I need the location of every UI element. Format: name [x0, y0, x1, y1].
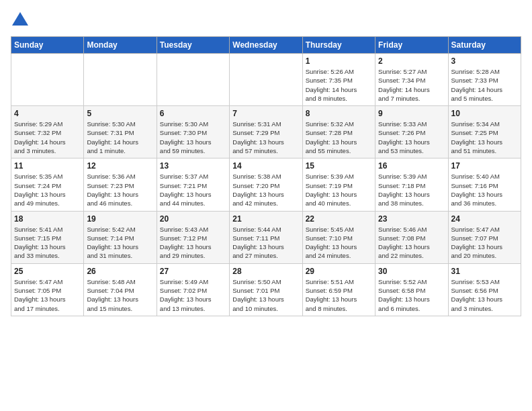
calendar-cell: 29Sunrise: 5:51 AM Sunset: 6:59 PM Dayli…: [302, 263, 375, 316]
day-info: Sunrise: 5:53 AM Sunset: 6:56 PM Dayligh…: [451, 277, 518, 313]
weekday-header-monday: Monday: [84, 37, 157, 54]
day-number: 11: [14, 161, 81, 171]
day-number: 23: [378, 214, 445, 224]
week-row-2: 4Sunrise: 5:29 AM Sunset: 7:32 PM Daylig…: [11, 106, 521, 158]
calendar-cell: [157, 54, 229, 106]
day-number: 10: [451, 109, 518, 118]
day-number: 17: [451, 161, 518, 171]
day-info: Sunrise: 5:30 AM Sunset: 7:31 PM Dayligh…: [87, 120, 153, 155]
calendar-cell: 28Sunrise: 5:50 AM Sunset: 7:01 PM Dayli…: [230, 263, 302, 316]
weekday-header-friday: Friday: [375, 37, 448, 54]
weekday-header-row: SundayMondayTuesdayWednesdayThursdayFrid…: [11, 37, 521, 54]
calendar-cell: 12Sunrise: 5:36 AM Sunset: 7:23 PM Dayli…: [84, 158, 157, 211]
week-row-1: 1Sunrise: 5:26 AM Sunset: 7:35 PM Daylig…: [11, 54, 521, 106]
calendar-cell: 18Sunrise: 5:41 AM Sunset: 7:15 PM Dayli…: [11, 211, 84, 263]
day-number: 4: [14, 109, 81, 118]
calendar-cell: 20Sunrise: 5:43 AM Sunset: 7:12 PM Dayli…: [157, 211, 229, 263]
weekday-header-thursday: Thursday: [302, 37, 375, 54]
day-number: 18: [14, 214, 81, 224]
calendar-cell: 2Sunrise: 5:27 AM Sunset: 7:34 PM Daylig…: [375, 54, 448, 106]
day-number: 12: [87, 161, 153, 171]
weekday-header-tuesday: Tuesday: [157, 37, 229, 54]
weekday-header-sunday: Sunday: [11, 37, 84, 54]
day-number: 8: [306, 109, 372, 118]
day-info: Sunrise: 5:47 AM Sunset: 7:07 PM Dayligh…: [451, 225, 518, 261]
day-number: 27: [160, 267, 226, 276]
day-info: Sunrise: 5:52 AM Sunset: 6:58 PM Dayligh…: [378, 277, 445, 313]
calendar-cell: 9Sunrise: 5:33 AM Sunset: 7:26 PM Daylig…: [375, 106, 448, 158]
day-number: 14: [232, 161, 299, 171]
calendar-cell: 21Sunrise: 5:44 AM Sunset: 7:11 PM Dayli…: [230, 211, 302, 263]
day-info: Sunrise: 5:43 AM Sunset: 7:12 PM Dayligh…: [160, 225, 226, 261]
day-info: Sunrise: 5:44 AM Sunset: 7:11 PM Dayligh…: [232, 225, 299, 261]
day-number: 20: [160, 214, 226, 224]
calendar-cell: 10Sunrise: 5:34 AM Sunset: 7:25 PM Dayli…: [448, 106, 521, 158]
day-number: 5: [87, 109, 153, 118]
logo-icon: [11, 11, 30, 30]
calendar-cell: 25Sunrise: 5:47 AM Sunset: 7:05 PM Dayli…: [11, 263, 84, 316]
calendar-cell: 15Sunrise: 5:39 AM Sunset: 7:19 PM Dayli…: [302, 158, 375, 211]
day-info: Sunrise: 5:49 AM Sunset: 7:02 PM Dayligh…: [160, 277, 226, 313]
logo: [11, 11, 32, 30]
calendar-cell: [11, 54, 84, 106]
week-row-4: 18Sunrise: 5:41 AM Sunset: 7:15 PM Dayli…: [11, 211, 521, 263]
day-number: 29: [306, 267, 372, 276]
day-info: Sunrise: 5:26 AM Sunset: 7:35 PM Dayligh…: [306, 67, 372, 103]
weekday-header-wednesday: Wednesday: [230, 37, 302, 54]
day-info: Sunrise: 5:39 AM Sunset: 7:18 PM Dayligh…: [378, 172, 445, 208]
day-number: 26: [87, 267, 153, 276]
day-number: 13: [160, 161, 226, 171]
calendar-cell: 5Sunrise: 5:30 AM Sunset: 7:31 PM Daylig…: [84, 106, 157, 158]
day-info: Sunrise: 5:47 AM Sunset: 7:05 PM Dayligh…: [14, 277, 81, 313]
calendar-cell: 1Sunrise: 5:26 AM Sunset: 7:35 PM Daylig…: [302, 54, 375, 106]
svg-rect-1: [17, 20, 23, 26]
day-info: Sunrise: 5:31 AM Sunset: 7:29 PM Dayligh…: [232, 120, 299, 155]
day-info: Sunrise: 5:32 AM Sunset: 7:28 PM Dayligh…: [306, 120, 372, 155]
calendar-cell: 14Sunrise: 5:38 AM Sunset: 7:20 PM Dayli…: [230, 158, 302, 211]
day-number: 3: [451, 56, 518, 66]
day-info: Sunrise: 5:39 AM Sunset: 7:19 PM Dayligh…: [306, 172, 372, 208]
day-number: 28: [232, 267, 299, 276]
calendar-cell: 6Sunrise: 5:30 AM Sunset: 7:30 PM Daylig…: [157, 106, 229, 158]
day-info: Sunrise: 5:33 AM Sunset: 7:26 PM Dayligh…: [378, 120, 445, 155]
day-number: 21: [232, 214, 299, 224]
day-info: Sunrise: 5:35 AM Sunset: 7:24 PM Dayligh…: [14, 172, 81, 208]
calendar-cell: 31Sunrise: 5:53 AM Sunset: 6:56 PM Dayli…: [448, 263, 521, 316]
day-number: 7: [232, 109, 299, 118]
day-info: Sunrise: 5:38 AM Sunset: 7:20 PM Dayligh…: [232, 172, 299, 208]
calendar-cell: 7Sunrise: 5:31 AM Sunset: 7:29 PM Daylig…: [230, 106, 302, 158]
day-info: Sunrise: 5:40 AM Sunset: 7:16 PM Dayligh…: [451, 172, 518, 208]
day-info: Sunrise: 5:51 AM Sunset: 6:59 PM Dayligh…: [306, 277, 372, 313]
day-info: Sunrise: 5:29 AM Sunset: 7:32 PM Dayligh…: [14, 120, 81, 155]
day-info: Sunrise: 5:46 AM Sunset: 7:08 PM Dayligh…: [378, 225, 445, 261]
calendar-cell: [230, 54, 302, 106]
day-info: Sunrise: 5:27 AM Sunset: 7:34 PM Dayligh…: [378, 67, 445, 103]
calendar-cell: 30Sunrise: 5:52 AM Sunset: 6:58 PM Dayli…: [375, 263, 448, 316]
day-info: Sunrise: 5:28 AM Sunset: 7:33 PM Dayligh…: [451, 67, 518, 103]
day-number: 6: [160, 109, 226, 118]
day-info: Sunrise: 5:41 AM Sunset: 7:15 PM Dayligh…: [14, 225, 81, 261]
day-info: Sunrise: 5:50 AM Sunset: 7:01 PM Dayligh…: [232, 277, 299, 313]
day-number: 30: [378, 267, 445, 276]
day-number: 2: [378, 56, 445, 66]
calendar-cell: 27Sunrise: 5:49 AM Sunset: 7:02 PM Dayli…: [157, 263, 229, 316]
calendar-cell: 16Sunrise: 5:39 AM Sunset: 7:18 PM Dayli…: [375, 158, 448, 211]
day-number: 9: [378, 109, 445, 118]
day-info: Sunrise: 5:34 AM Sunset: 7:25 PM Dayligh…: [451, 120, 518, 155]
calendar-cell: 8Sunrise: 5:32 AM Sunset: 7:28 PM Daylig…: [302, 106, 375, 158]
day-info: Sunrise: 5:36 AM Sunset: 7:23 PM Dayligh…: [87, 172, 153, 208]
calendar-cell: 4Sunrise: 5:29 AM Sunset: 7:32 PM Daylig…: [11, 106, 84, 158]
week-row-5: 25Sunrise: 5:47 AM Sunset: 7:05 PM Dayli…: [11, 263, 521, 316]
day-info: Sunrise: 5:30 AM Sunset: 7:30 PM Dayligh…: [160, 120, 226, 155]
day-number: 1: [306, 56, 372, 66]
calendar-cell: 11Sunrise: 5:35 AM Sunset: 7:24 PM Dayli…: [11, 158, 84, 211]
page-header: [11, 11, 521, 30]
day-number: 22: [306, 214, 372, 224]
weekday-header-saturday: Saturday: [448, 37, 521, 54]
day-number: 15: [306, 161, 372, 171]
calendar-cell: 24Sunrise: 5:47 AM Sunset: 7:07 PM Dayli…: [448, 211, 521, 263]
day-number: 31: [451, 267, 518, 276]
week-row-3: 11Sunrise: 5:35 AM Sunset: 7:24 PM Dayli…: [11, 158, 521, 211]
day-info: Sunrise: 5:42 AM Sunset: 7:14 PM Dayligh…: [87, 225, 153, 261]
calendar-cell: 22Sunrise: 5:45 AM Sunset: 7:10 PM Dayli…: [302, 211, 375, 263]
